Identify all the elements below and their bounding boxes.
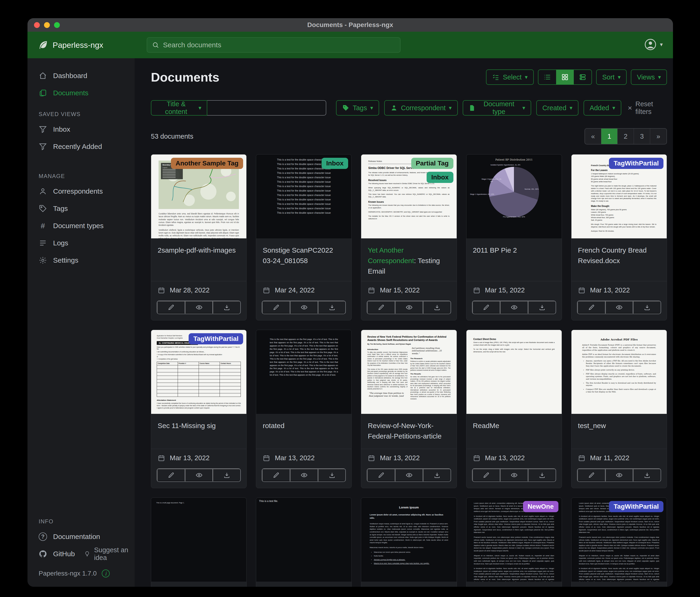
download-button[interactable] (528, 469, 556, 481)
edit-button[interactable] (577, 469, 605, 481)
info-icon[interactable]: i (102, 570, 110, 577)
tag-badge[interactable]: TagWithPartial (609, 158, 664, 169)
document-thumbnail[interactable]: This is a test for the double space char… (256, 154, 351, 238)
edit-button[interactable] (157, 469, 185, 481)
added-filter-button[interactable]: Added ▾ (583, 100, 621, 116)
edit-button[interactable] (577, 301, 605, 314)
download-button[interactable] (318, 469, 346, 481)
edit-button[interactable] (367, 469, 395, 481)
search-box[interactable] (147, 37, 401, 53)
tag-badge[interactable]: TagWithPartial (609, 501, 664, 512)
pagination-page-3[interactable]: 3 (634, 128, 650, 144)
grid-view-button[interactable] (556, 70, 574, 85)
document-title[interactable]: Sec 11-Missing sig (158, 421, 240, 431)
document-title[interactable]: Review-of-New-York-Federal-Petitions-art… (368, 421, 450, 441)
sidebar-item-logs[interactable]: Logs (27, 234, 134, 252)
document-correspondent[interactable]: Yet Another Correspondent (368, 246, 414, 264)
document-title[interactable]: 2sample-pdf-with-images (158, 245, 240, 255)
document-thumbnail[interactable]: Lorem ipsum dolor sit amet, consectetur … (467, 498, 562, 582)
edit-button[interactable] (262, 469, 290, 481)
tag-badge[interactable]: Partial Tag (411, 158, 453, 169)
document-thumbnail[interactable]: Release NotesSimba ODBC Driver for SQL S… (361, 154, 456, 238)
sidebar-item-recently-added[interactable]: Recently Added (27, 138, 134, 155)
preview-button[interactable] (290, 469, 318, 481)
preview-button[interactable] (290, 301, 318, 314)
download-button[interactable] (423, 301, 451, 314)
tag-badge[interactable]: Inbox (427, 172, 453, 183)
document-thumbnail[interactable]: This is the text that appears on the fir… (256, 330, 351, 414)
document-title[interactable]: rotated (263, 421, 345, 431)
download-button[interactable] (423, 469, 451, 481)
document-thumbnail[interactable]: Review of New York Federal Petitions for… (361, 330, 456, 414)
title-content-filter-button[interactable]: Title & content ▾ (151, 100, 207, 116)
download-button[interactable] (633, 301, 661, 314)
sidebar-item-document-types[interactable]: # Document types (27, 217, 134, 234)
pagination-next-button[interactable]: » (650, 128, 667, 144)
document-thumbnail[interactable]: This is a multi page document. Page 1. (151, 498, 246, 582)
document-thumbnail[interactable]: Boundary Waters TripLegendCurabitur bibe… (151, 154, 246, 238)
sidebar-item-documentation[interactable]: ? Documentation (27, 528, 134, 545)
document-thumbnail[interactable]: Patient BP Distribution 2011Normal, 151,… (467, 154, 562, 238)
document-title[interactable]: 2011 BP Pie 2 (473, 245, 555, 255)
created-filter-button[interactable]: Created ▾ (536, 100, 578, 116)
sidebar-item-settings[interactable]: Settings (27, 252, 134, 269)
document-title[interactable]: Yet Another Correspondent: Testing Email (368, 245, 450, 277)
user-menu[interactable]: ▾ (644, 38, 663, 51)
preview-button[interactable] (605, 469, 633, 481)
download-button[interactable] (633, 469, 661, 481)
pagination-page-1[interactable]: 1 (601, 128, 618, 144)
reset-filters-button[interactable]: × Reset filters (628, 100, 667, 116)
document-thumbnail[interactable]: Lorem ipsumLorem ipsum dolor sit amet, c… (361, 498, 456, 582)
sidebar-item-suggest-idea[interactable]: Suggest an idea (84, 546, 134, 562)
views-button[interactable]: Views ▾ (631, 69, 667, 85)
edit-button[interactable] (473, 301, 500, 314)
download-button[interactable] (528, 301, 556, 314)
tag-badge[interactable]: Another Sample Tag (171, 158, 243, 169)
app-brand[interactable]: Paperless-ngx (38, 40, 103, 50)
list-view-button[interactable] (539, 70, 556, 85)
preview-button[interactable] (605, 301, 633, 314)
preview-button[interactable] (500, 469, 528, 481)
sidebar-item-correspondents[interactable]: Correspondents (27, 183, 134, 200)
download-button[interactable] (318, 301, 346, 314)
detail-view-button[interactable] (574, 70, 592, 85)
document-title[interactable]: French Country Bread Revised.docx (578, 245, 660, 266)
edit-button[interactable] (367, 301, 395, 314)
download-button[interactable] (213, 469, 240, 481)
tags-filter-button[interactable]: Tags ▾ (336, 100, 379, 116)
preview-button[interactable] (395, 301, 423, 314)
sidebar-item-documents[interactable]: Documents (27, 85, 134, 102)
edit-button[interactable] (473, 469, 500, 481)
pagination-prev-button[interactable]: « (585, 128, 601, 144)
document-thumbnail[interactable]: Adobe Acrobat PDF FilesAdobe® Portable D… (572, 330, 667, 414)
edit-button[interactable] (262, 301, 290, 314)
search-input[interactable] (163, 41, 395, 49)
document-thumbnail[interactable]: Contact Sheet DemoGiven a set of image f… (467, 330, 562, 414)
tag-badge[interactable]: NewOne (523, 501, 558, 512)
document-thumbnail[interactable]: This is a test file. (256, 498, 351, 582)
document-title[interactable]: test_new (578, 421, 660, 431)
preview-button[interactable] (185, 301, 213, 314)
document-title[interactable]: Sonstige ScanPC2022 03-24_081058 (263, 245, 345, 266)
document-title[interactable]: ReadMe (473, 421, 555, 431)
tag-badge[interactable]: TagWithPartial (189, 333, 243, 344)
tag-badge[interactable]: Inbox (322, 158, 348, 169)
edit-button[interactable] (157, 301, 185, 314)
document-thumbnail[interactable]: Lorem ipsum dolor sit amet, consectetur … (572, 498, 667, 582)
document-type-filter-button[interactable]: Document type ▾ (463, 100, 531, 116)
document-thumbnail[interactable]: Application for Medical Staff MembersGoo… (151, 330, 246, 414)
preview-button[interactable] (395, 469, 423, 481)
sidebar-item-tags[interactable]: Tags (27, 200, 134, 217)
sort-button[interactable]: Sort ▾ (596, 69, 627, 85)
download-button[interactable] (213, 301, 240, 314)
sidebar-item-dashboard[interactable]: Dashboard (27, 67, 134, 85)
sidebar-item-github[interactable]: GitHub (27, 545, 75, 563)
title-content-filter-input[interactable] (207, 100, 326, 116)
pagination-page-2[interactable]: 2 (618, 128, 634, 144)
preview-button[interactable] (185, 469, 213, 481)
select-button[interactable]: Select ▾ (486, 69, 534, 85)
sidebar-item-inbox[interactable]: Inbox (27, 121, 134, 138)
preview-button[interactable] (500, 301, 528, 314)
correspondent-filter-button[interactable]: Correspondent ▾ (384, 100, 458, 116)
document-thumbnail[interactable]: French Country BreadFor the Leaven1 heap… (572, 154, 667, 238)
